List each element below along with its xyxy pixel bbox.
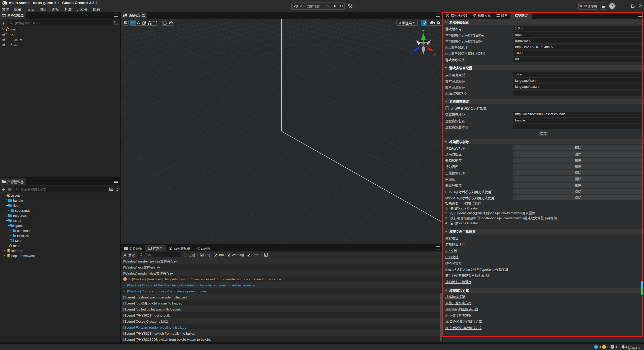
svg-text:Z: Z xyxy=(410,52,412,56)
svg-text:Y: Y xyxy=(422,29,425,34)
svg-text:X: X xyxy=(433,52,436,57)
